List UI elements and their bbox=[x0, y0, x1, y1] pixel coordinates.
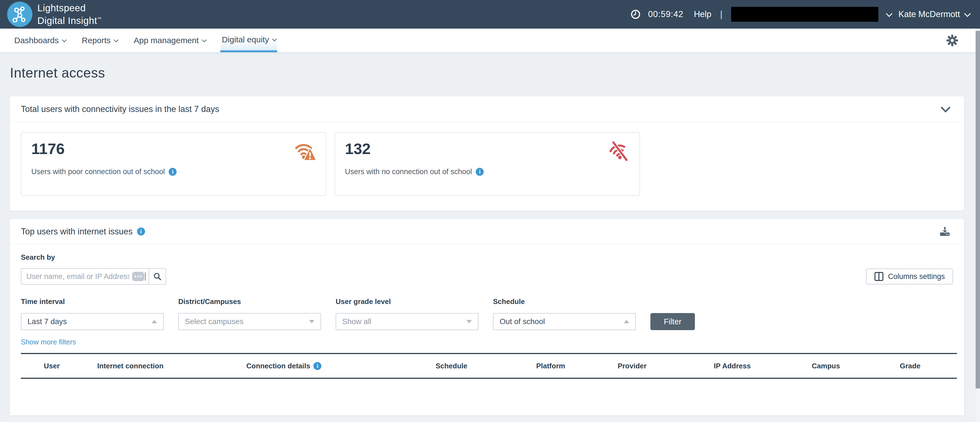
top-users-title: Top users with internet issues bbox=[21, 227, 133, 237]
schedule-select[interactable]: Out of school bbox=[493, 313, 636, 330]
col-header-connection-details[interactable]: Connection details i bbox=[178, 353, 390, 378]
scrollbar-thumb[interactable] bbox=[975, 31, 980, 388]
district-campuses-select[interactable]: Select campuses bbox=[178, 313, 321, 330]
columns-settings-label: Columns settings bbox=[888, 272, 945, 281]
main-nav: Dashboards Reports App management Digita… bbox=[0, 29, 980, 53]
col-header-internet-connection[interactable]: Internet connection bbox=[83, 353, 178, 378]
app-header: Lightspeed Digital Insight™ 00:59:42 Hel… bbox=[0, 0, 980, 29]
info-icon[interactable]: i bbox=[476, 168, 484, 176]
search-button[interactable] bbox=[149, 268, 166, 285]
chevron-down-icon bbox=[114, 37, 118, 42]
nav-dashboards-label: Dashboards bbox=[14, 36, 59, 45]
session-timer: 00:59:42 bbox=[648, 10, 684, 19]
user-name-label: Kate McDermott bbox=[899, 10, 960, 19]
gear-icon bbox=[946, 34, 959, 47]
app-title: Lightspeed Digital Insight™ bbox=[37, 3, 102, 26]
col-header-platform[interactable]: Platform bbox=[513, 353, 588, 378]
top-users-card: Top users with internet issues i Search … bbox=[10, 219, 964, 416]
connectivity-summary-card: Total users with connectivity issues in … bbox=[10, 96, 964, 211]
col-header-provider[interactable]: Provider bbox=[588, 353, 676, 378]
columns-icon bbox=[874, 272, 884, 281]
user-menu[interactable]: Kate McDermott bbox=[899, 10, 969, 19]
columns-settings-button[interactable]: Columns settings bbox=[866, 269, 953, 285]
col-header-grade[interactable]: Grade bbox=[863, 353, 957, 378]
info-icon[interactable]: i bbox=[313, 362, 321, 370]
time-interval-select[interactable]: Last 7 days bbox=[21, 313, 164, 330]
poor-connection-label: Users with poor connection out of school bbox=[31, 168, 165, 176]
internet-access-page: Internet access Total users with connect… bbox=[0, 65, 980, 416]
user-search-input[interactable] bbox=[21, 268, 149, 285]
nav-reports[interactable]: Reports bbox=[80, 29, 119, 52]
schedule-value: Out of school bbox=[500, 317, 545, 326]
filter-user-grade-level: User grade level Show all bbox=[336, 297, 479, 330]
settings-gear-button[interactable] bbox=[946, 29, 980, 52]
user-chevron-down-icon bbox=[964, 10, 970, 17]
user-grade-level-label: User grade level bbox=[336, 297, 479, 306]
district-selector-redacted[interactable] bbox=[731, 7, 878, 22]
table-header-row: User Internet connection Connection deta… bbox=[21, 353, 957, 378]
user-grade-level-select[interactable]: Show all bbox=[336, 313, 479, 330]
col-header-schedule[interactable]: Schedule bbox=[390, 353, 513, 378]
session-timer-icon bbox=[631, 10, 641, 19]
chevron-down-icon bbox=[202, 37, 207, 42]
filter-button[interactable]: Filter bbox=[651, 313, 695, 330]
time-interval-label: Time interval bbox=[21, 297, 164, 306]
no-connection-label: Users with no connection out of school bbox=[345, 168, 472, 176]
poor-connection-stat-card: 1176 Users with poor connection out of s… bbox=[21, 132, 326, 196]
district-chevron-down-icon[interactable] bbox=[886, 10, 892, 17]
search-icon bbox=[153, 272, 162, 281]
info-icon[interactable]: i bbox=[169, 168, 177, 176]
trademark: ™ bbox=[97, 16, 102, 21]
nav-digital-equity[interactable]: Digital equity bbox=[220, 29, 277, 52]
ellipsis-badge bbox=[132, 272, 144, 281]
triangle-up-icon bbox=[624, 320, 629, 323]
triangle-up-icon bbox=[152, 320, 157, 323]
show-more-filters-link[interactable]: Show more filters bbox=[21, 338, 76, 346]
district-campuses-value: Select campuses bbox=[185, 317, 243, 326]
time-interval-value: Last 7 days bbox=[27, 317, 67, 326]
filter-schedule: Schedule Out of school bbox=[493, 297, 636, 330]
chevron-down-icon bbox=[62, 37, 67, 42]
nav-app-management[interactable]: App management bbox=[132, 29, 207, 52]
triangle-down-icon bbox=[309, 320, 315, 323]
summary-card-title: Total users with connectivity issues in … bbox=[21, 104, 219, 114]
poor-connection-count: 1176 bbox=[31, 140, 316, 158]
text-caret bbox=[145, 272, 146, 281]
lightspeed-logo: Lightspeed Digital Insight™ bbox=[7, 2, 102, 27]
connection-details-label: Connection details bbox=[247, 362, 310, 370]
nav-digital-equity-label: Digital equity bbox=[222, 35, 269, 44]
collapse-chevron-down-icon[interactable] bbox=[940, 102, 951, 112]
no-connection-stat-card: 132 Users with no connection out of scho… bbox=[334, 132, 640, 196]
wifi-off-icon bbox=[608, 140, 630, 162]
download-button[interactable] bbox=[939, 226, 951, 237]
schedule-label: Schedule bbox=[493, 297, 636, 306]
triangle-down-icon bbox=[466, 320, 472, 323]
col-header-campus[interactable]: Campus bbox=[789, 353, 864, 378]
user-grade-level-value: Show all bbox=[342, 317, 371, 326]
chevron-down-icon bbox=[272, 37, 277, 41]
nav-reports-label: Reports bbox=[82, 36, 111, 45]
filter-district-campuses: District/Campuses Select campuses bbox=[178, 297, 321, 330]
page-scrollbar[interactable] bbox=[975, 29, 980, 422]
download-icon bbox=[939, 226, 951, 237]
no-connection-count: 132 bbox=[345, 140, 630, 158]
filter-time-interval: Time interval Last 7 days bbox=[21, 297, 164, 330]
header-separator: | bbox=[720, 10, 722, 19]
lightspeed-logo-icon bbox=[7, 2, 32, 27]
wifi-warning-icon bbox=[294, 140, 317, 162]
col-header-ip-address[interactable]: IP Address bbox=[676, 353, 789, 378]
search-by-label: Search by bbox=[21, 253, 953, 262]
help-link[interactable]: Help bbox=[694, 10, 711, 19]
info-icon[interactable]: i bbox=[137, 227, 145, 235]
col-header-user[interactable]: User bbox=[21, 353, 83, 378]
nav-dashboards[interactable]: Dashboards bbox=[13, 29, 67, 52]
top-users-table: User Internet connection Connection deta… bbox=[21, 353, 957, 379]
district-campuses-label: District/Campuses bbox=[178, 297, 321, 306]
page-title: Internet access bbox=[10, 65, 970, 81]
nav-app-management-label: App management bbox=[134, 36, 199, 45]
